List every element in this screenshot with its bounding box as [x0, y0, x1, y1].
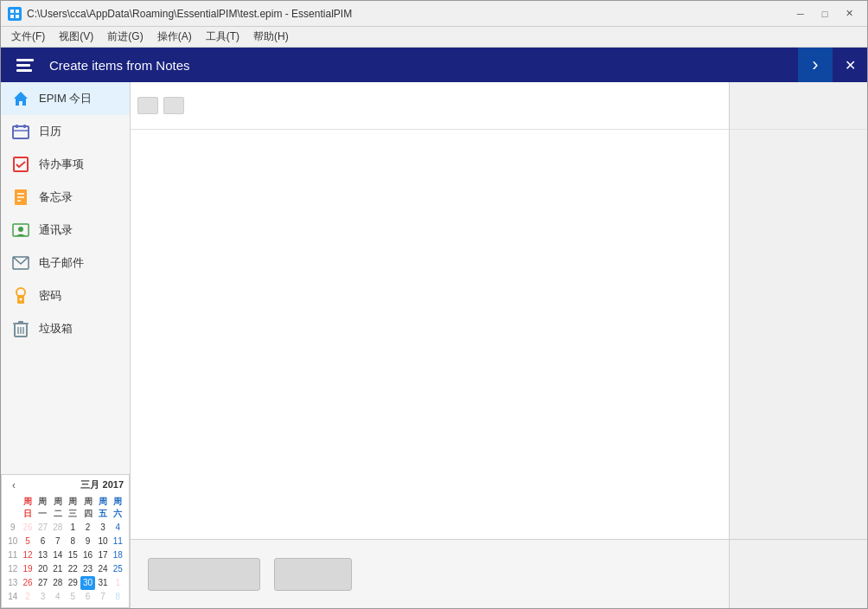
cal-day[interactable]: 24 [95, 562, 110, 576]
cal-header-sat: 周六 [111, 495, 125, 521]
content-area [131, 82, 729, 608]
cal-week-14: 14 [5, 590, 20, 604]
cal-day[interactable]: 4 [50, 590, 65, 604]
maximize-button[interactable]: □ [814, 5, 836, 22]
sidebar-item-email[interactable]: 电子邮件 [1, 247, 130, 279]
menu-forward[interactable]: 前进(G) [100, 28, 150, 46]
cal-day[interactable]: 16 [80, 548, 95, 562]
right-panel-content [730, 130, 867, 539]
sidebar-item-password[interactable]: 密码 [1, 279, 130, 312]
svg-rect-6 [16, 125, 18, 128]
content-main [131, 130, 729, 539]
cal-day[interactable]: 15 [66, 548, 80, 562]
cal-header-sat-after-thu: 周五 [95, 495, 110, 521]
trash-icon [11, 319, 30, 338]
cal-week-9: 9 [5, 521, 20, 535]
cal-header-tue: 周二 [50, 495, 65, 521]
cal-day[interactable]: 27 [35, 576, 50, 590]
notes-icon [11, 188, 30, 207]
nav-label-calendar: 日历 [39, 124, 61, 139]
todo-icon [11, 155, 30, 174]
toolbar-btn-1[interactable] [137, 97, 158, 114]
cal-day[interactable]: 22 [66, 562, 80, 576]
cal-day[interactable]: 14 [50, 548, 65, 562]
cal-day[interactable]: 2 [20, 590, 35, 604]
cal-day[interactable]: 7 [50, 535, 65, 548]
cal-day[interactable]: 2 [80, 521, 95, 535]
minimize-button[interactable]: ─ [789, 5, 812, 22]
cal-day[interactable]: 1 [111, 576, 125, 590]
sidebar-item-calendar[interactable]: 日历 [1, 115, 130, 148]
cal-day[interactable]: 19 [20, 562, 35, 576]
contacts-icon [11, 221, 30, 240]
cal-day[interactable]: 13 [35, 548, 50, 562]
nav-label-epim-today: EPIM 今日 [39, 91, 92, 106]
sidebar-item-contacts[interactable]: 通讯录 [1, 214, 130, 247]
cal-day[interactable]: 29 [66, 576, 80, 590]
cal-day[interactable]: 6 [80, 590, 95, 604]
menu-file[interactable]: 文件(F) [4, 28, 52, 46]
sidebar-item-notes[interactable]: 备忘录 [1, 181, 130, 214]
menu-help[interactable]: 帮助(H) [246, 28, 296, 46]
sidebar-item-epim-today[interactable]: EPIM 今日 [1, 82, 130, 115]
svg-point-15 [18, 227, 23, 232]
cal-week-11: 11 [5, 548, 20, 562]
svg-rect-7 [23, 125, 26, 128]
cal-day[interactable]: 7 [95, 590, 110, 604]
cal-day[interactable]: 17 [95, 548, 110, 562]
svg-rect-0 [10, 10, 14, 13]
cal-day[interactable]: 9 [80, 535, 95, 548]
banner-close-button[interactable]: ✕ [833, 48, 867, 82]
right-panel [729, 82, 867, 608]
cal-day[interactable]: 25 [111, 562, 125, 576]
cal-week-10: 10 [5, 535, 20, 548]
cal-day[interactable]: 26 [20, 576, 35, 590]
cal-day[interactable]: 20 [35, 562, 50, 576]
cal-day[interactable]: 18 [111, 548, 125, 562]
menu-tools[interactable]: 工具(T) [199, 28, 246, 46]
banner-next-button[interactable]: › [798, 48, 833, 82]
sidebar-spacer [1, 345, 130, 474]
home-icon [11, 89, 30, 108]
footer-button-1[interactable] [148, 558, 260, 591]
cal-day[interactable]: 1 [66, 521, 80, 535]
nav-label-password: 密码 [39, 288, 61, 304]
title-bar: C:\Users\cca\AppData\Roaming\EssentialPI… [1, 1, 867, 27]
cal-day[interactable]: 3 [35, 590, 50, 604]
banner-title: Create items from Notes [49, 58, 798, 73]
nav-label-contacts: 通讯录 [39, 222, 73, 238]
cal-header-mon: 周一 [35, 495, 50, 521]
svg-rect-1 [16, 10, 19, 13]
cal-day[interactable]: 10 [95, 535, 110, 548]
svg-rect-2 [10, 15, 14, 18]
cal-day[interactable]: 6 [35, 535, 50, 548]
sidebar-item-trash[interactable]: 垃圾箱 [1, 312, 130, 345]
cal-day[interactable]: 31 [95, 576, 110, 590]
cal-day[interactable]: 11 [111, 535, 125, 548]
cal-day[interactable]: 26 [20, 521, 35, 535]
cal-day[interactable]: 12 [20, 548, 35, 562]
toolbar-banner: Create items from Notes › ✕ [1, 48, 867, 82]
footer-button-2[interactable] [274, 558, 352, 591]
cal-day[interactable]: 4 [111, 521, 125, 535]
cal-week-13: 13 [5, 576, 20, 590]
cal-day[interactable]: 27 [35, 521, 50, 535]
cal-day[interactable]: 8 [66, 535, 80, 548]
cal-day[interactable]: 21 [50, 562, 65, 576]
cal-day[interactable]: 3 [95, 521, 110, 535]
cal-day-today[interactable]: 30 [80, 576, 95, 590]
cal-day[interactable]: 23 [80, 562, 95, 576]
toolbar-btn-2[interactable] [163, 97, 184, 114]
menu-view[interactable]: 视图(V) [52, 28, 100, 46]
cal-day[interactable]: 8 [111, 590, 125, 604]
nav-label-trash: 垃圾箱 [39, 321, 73, 337]
cal-day[interactable]: 5 [66, 590, 80, 604]
cal-day[interactable]: 5 [20, 535, 35, 548]
app-icon [8, 7, 22, 21]
cal-prev-button[interactable]: ‹ [7, 479, 21, 491]
close-button[interactable]: ✕ [838, 5, 860, 22]
cal-day[interactable]: 28 [50, 521, 65, 535]
sidebar-item-todo[interactable]: 待办事项 [1, 148, 130, 181]
cal-day[interactable]: 28 [50, 576, 65, 590]
menu-operate[interactable]: 操作(A) [150, 28, 199, 46]
